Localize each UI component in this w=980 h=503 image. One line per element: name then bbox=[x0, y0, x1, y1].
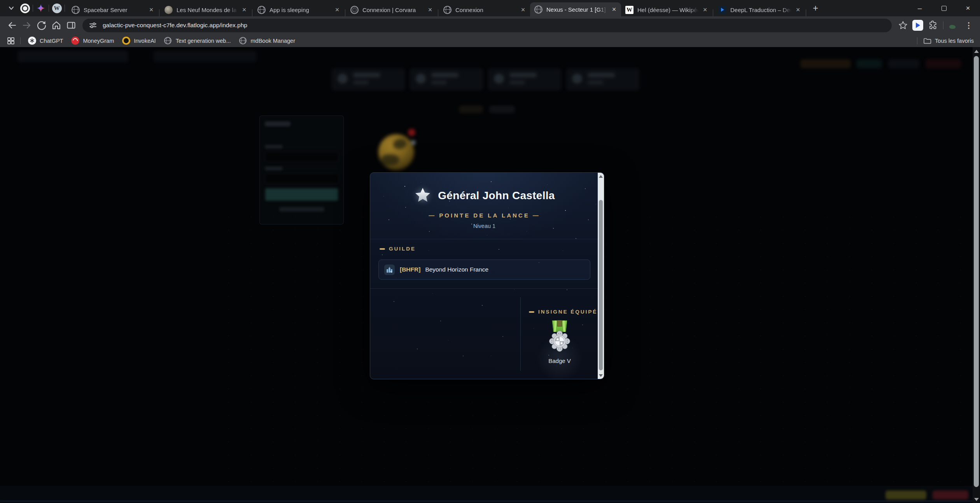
bookmarks-separator bbox=[20, 37, 21, 44]
side-panel-icon bbox=[66, 20, 77, 31]
scroll-down-icon[interactable] bbox=[598, 373, 603, 378]
globe-icon bbox=[239, 37, 247, 45]
bookmark-chatgpt[interactable]: ChatGPT bbox=[24, 36, 67, 46]
tab-close-icon[interactable]: × bbox=[147, 5, 156, 14]
bookmark-invokeai[interactable]: InvokeAI bbox=[118, 36, 159, 46]
bookmark-moneygram[interactable]: MoneyGram bbox=[67, 36, 118, 46]
modal-scrollbar-thumb[interactable] bbox=[599, 200, 603, 370]
guild-name: Beyond Horizon France bbox=[425, 266, 488, 273]
scroll-up-icon[interactable] bbox=[974, 49, 979, 54]
tab-title: Les Neuf Mondes de la Mytholo bbox=[177, 7, 240, 13]
guild-card[interactable]: [BHFR] Beyond Horizon France bbox=[378, 259, 590, 280]
forward-arrow-icon bbox=[21, 20, 32, 31]
guild-building-icon bbox=[384, 265, 395, 275]
all-bookmarks-button[interactable]: Tous les favoris bbox=[914, 37, 974, 45]
player-title: Général John Castella bbox=[438, 189, 555, 202]
side-panel-button[interactable] bbox=[64, 18, 79, 33]
tab-title: Nexus - Secteur 1 [G1] bbox=[546, 6, 609, 13]
reload-icon bbox=[36, 20, 47, 31]
page-scrollbar-thumb[interactable] bbox=[974, 56, 979, 487]
tab-nexus-secteur-1-active[interactable]: Nexus - Secteur 1 [G1] × bbox=[530, 2, 621, 16]
rank-star-icon bbox=[414, 187, 432, 205]
forward-button[interactable] bbox=[19, 18, 34, 33]
tab-search-button[interactable] bbox=[5, 2, 18, 15]
toolbar-right-cluster: ⋮ bbox=[896, 18, 976, 33]
home-button[interactable] bbox=[49, 18, 64, 33]
tab-app-is-sleeping[interactable]: App is sleeping × bbox=[253, 3, 344, 16]
tab-connexion[interactable]: Connexion × bbox=[439, 3, 530, 16]
url-text[interactable]: galactic-pve-conquest-c7fe.dev.flatlogic… bbox=[103, 22, 247, 29]
dimmed-header-item bbox=[154, 51, 257, 62]
dimmed-footer-border bbox=[0, 501, 980, 501]
pinned-tab-app-logo[interactable] bbox=[18, 1, 32, 15]
tab-close-icon[interactable]: × bbox=[518, 5, 528, 14]
back-button[interactable] bbox=[5, 18, 19, 33]
scroll-down-icon[interactable] bbox=[974, 497, 979, 502]
tab-title: DeepL Traduction – DeepL Trans bbox=[730, 7, 793, 13]
tab-close-icon[interactable]: × bbox=[793, 5, 803, 14]
dimmed-breadcrumb bbox=[459, 105, 483, 113]
tab-separator bbox=[49, 5, 49, 12]
dimmed-submit-button bbox=[265, 188, 338, 201]
dimmed-nav-item bbox=[800, 59, 851, 68]
extensions-button[interactable] bbox=[925, 18, 940, 33]
modal-content: Général John Castella — POINTE DE LA LAN… bbox=[370, 173, 598, 379]
tab-connexion-corvara[interactable]: Connexion | Corvara × bbox=[346, 3, 437, 16]
maximize-icon bbox=[942, 6, 947, 11]
dimmed-footer-button bbox=[886, 491, 926, 499]
dimmed-nav-item bbox=[856, 59, 882, 68]
gold-dash-icon bbox=[529, 311, 534, 313]
dimmed-header-item bbox=[18, 51, 128, 62]
modal-scrollbar[interactable] bbox=[598, 173, 604, 379]
bookmark-text-generation[interactable]: Text generation web... bbox=[160, 36, 235, 46]
tab-hel-wikipedia[interactable]: W Hel (déesse) — Wikipédia × bbox=[621, 3, 712, 16]
page-scrollbar[interactable] bbox=[973, 47, 980, 503]
tab-les-neuf-mondes[interactable]: Les Neuf Mondes de la Mytholo × bbox=[160, 3, 251, 16]
scroll-up-icon[interactable] bbox=[598, 174, 603, 179]
dimmed-link bbox=[279, 207, 324, 212]
new-tab-button[interactable]: + bbox=[809, 2, 822, 14]
apps-button[interactable] bbox=[5, 35, 17, 46]
guild-section: GUILDE bbox=[370, 239, 598, 252]
close-window-button[interactable]: × bbox=[956, 0, 980, 16]
tab-close-icon[interactable]: × bbox=[700, 5, 710, 14]
profile-avatar-button[interactable] bbox=[947, 18, 961, 33]
bookmarks-bar: ChatGPT MoneyGram InvokeAI Text generati… bbox=[0, 34, 980, 47]
invokeai-icon bbox=[122, 37, 130, 45]
tab-deepl[interactable]: DeepL Traduction – DeepL Trans × bbox=[714, 3, 805, 16]
home-icon bbox=[51, 20, 62, 31]
dimmed-resource-card bbox=[488, 68, 562, 91]
folder-icon bbox=[923, 37, 931, 45]
tab-close-icon[interactable]: × bbox=[240, 5, 249, 14]
tab-close-icon[interactable]: × bbox=[425, 5, 435, 14]
tab-spacebar-server[interactable]: Spacebar Server × bbox=[67, 3, 158, 16]
pinned-tab-wordpress[interactable]: W bbox=[50, 1, 64, 15]
minimize-button[interactable]: – bbox=[908, 0, 932, 16]
maximize-button[interactable] bbox=[932, 0, 956, 16]
deepl-extension-button[interactable] bbox=[910, 18, 925, 33]
browser-menu-button[interactable]: ⋮ bbox=[961, 18, 976, 33]
wordpress-icon: W bbox=[52, 4, 62, 13]
app-logo-icon bbox=[20, 4, 30, 13]
dimmed-planet bbox=[378, 134, 414, 170]
wikipedia-icon: W bbox=[625, 5, 634, 14]
site-settings-icon[interactable] bbox=[88, 20, 98, 30]
tab-separator bbox=[438, 9, 438, 16]
modal-columns: INSIGNE ÉQUIPÉ bbox=[370, 297, 598, 371]
bookmark-star-button[interactable] bbox=[896, 18, 910, 33]
address-bar[interactable]: galactic-pve-conquest-c7fe.dev.flatlogic… bbox=[82, 19, 892, 32]
bookmark-mdbook-manager[interactable]: mdBook Manager bbox=[235, 36, 299, 46]
bookmark-label: Text generation web... bbox=[176, 38, 231, 44]
avatar bbox=[948, 19, 960, 31]
tab-close-icon[interactable]: × bbox=[332, 5, 342, 14]
globe-icon bbox=[164, 37, 172, 45]
reload-button[interactable] bbox=[34, 18, 49, 33]
badge-section: INSIGNE ÉQUIPÉ bbox=[520, 297, 598, 371]
modal-left-column bbox=[370, 297, 520, 371]
tab-separator bbox=[345, 9, 345, 16]
pinned-tab-gemini[interactable] bbox=[34, 1, 48, 15]
tab-close-icon[interactable]: × bbox=[609, 5, 619, 14]
tab-separator bbox=[252, 9, 252, 16]
apps-grid-icon bbox=[7, 37, 15, 45]
globe-icon bbox=[71, 5, 80, 14]
